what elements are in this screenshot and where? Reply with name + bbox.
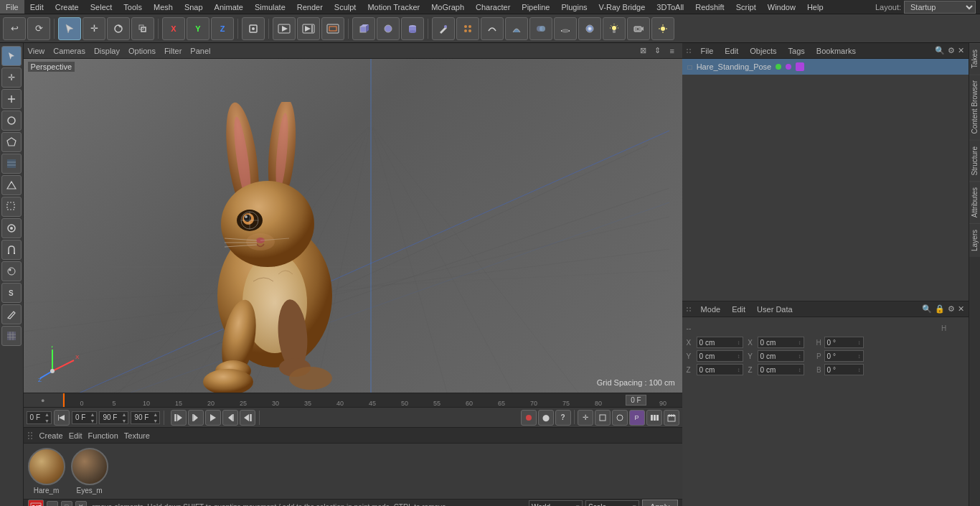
scale-button[interactable] [131,17,154,40]
menu-pipeline[interactable]: Pipeline [516,0,555,14]
obj-close-icon[interactable]: ✕ [958,46,964,55]
h-field[interactable]: 0 ° ↕ [824,337,864,348]
move-tool-btn[interactable]: ✛ [578,410,593,426]
mat-create-btn[interactable]: Create [39,431,63,440]
go-end-button[interactable] [240,410,255,426]
menu-motion-tracker[interactable]: Motion Tracker [362,0,425,14]
obj-settings-icon[interactable]: ⚙ [948,46,955,55]
side-tab-structure[interactable]: Structure [969,140,980,182]
window-minimize-icon[interactable]: — [47,501,58,506]
render-region-button[interactable] [321,17,344,40]
menu-create[interactable]: Create [50,0,85,14]
pose-btn[interactable]: P [629,410,645,426]
attrs-edit-btn[interactable]: Edit [729,305,748,314]
start-frame-up[interactable]: ▲ [43,411,51,418]
obj-row-hare[interactable]: □ Hare_Standing_Pose [682,59,969,75]
menu-mesh[interactable]: Mesh [148,0,179,14]
scale-dropdown-icon[interactable]: ▼ [631,504,637,507]
menu-render[interactable]: Render [291,0,329,14]
end-frame2-spinner[interactable]: 90 F ▲ ▼ [131,411,160,424]
side-tab-attributes[interactable]: Attributes [969,181,980,223]
attrs-userdata-btn[interactable]: User Data [754,305,796,314]
viewport-icon-arrow[interactable]: ⇕ [652,45,664,57]
menu-sculpt[interactable]: Sculpt [329,0,362,14]
menu-redshift[interactable]: Redshift [689,0,730,14]
world-dropdown-icon[interactable]: ▼ [575,504,580,507]
autokey-button[interactable]: ⬤ [538,410,554,426]
tool-scale[interactable] [1,89,22,109]
world-field[interactable]: World ▼ [529,500,583,506]
bool-button[interactable] [529,17,552,40]
viewport-menu-view[interactable]: View [28,47,45,55]
cylinder-button[interactable] [401,17,424,40]
viewport-menu-display[interactable]: Display [94,47,120,55]
sun-button[interactable] [651,17,674,40]
side-tab-takes[interactable]: Takes [969,43,980,74]
y-val2-field[interactable]: 0 cm ↕ [758,350,804,362]
pen-button[interactable] [432,17,455,40]
menu-vray[interactable]: V-Ray Bridge [593,0,651,14]
end-frame2-down[interactable]: ▼ [151,418,159,424]
light-button[interactable] [603,17,626,40]
rotate-tool-btn[interactable] [612,410,628,426]
array-button[interactable] [456,17,479,40]
scale-field[interactable]: Scale ▼ [585,500,639,506]
transform-button[interactable] [242,17,265,40]
y-axis-button[interactable]: Y [187,17,209,40]
mat-edit-btn[interactable]: Edit [69,431,83,440]
current-frame-up[interactable]: ▲ [88,411,96,418]
end-frame-spinner[interactable]: 90 F ▲ ▼ [99,411,128,424]
tool-material[interactable] [1,261,22,281]
menu-mograph[interactable]: MoGraph [425,0,470,14]
window-close-icon[interactable]: ✕ [75,501,87,506]
end-frame-down[interactable]: ▼ [120,418,128,424]
end-frame2-up[interactable]: ▲ [151,411,159,418]
obj-search-icon[interactable]: 🔍 [935,46,945,55]
viewport-icon-settings[interactable]: ≡ [666,45,678,57]
menu-snap[interactable]: Snap [179,0,209,14]
prev-frame-button[interactable] [188,410,204,426]
menu-tools[interactable]: Tools [118,0,148,14]
tool-move[interactable]: ✛ [1,67,22,88]
apply-button[interactable]: Apply [642,500,678,506]
tool-magnet[interactable] [1,240,22,260]
menu-window[interactable]: Window [762,0,801,14]
viewport-menu-options[interactable]: Options [128,47,156,55]
viewport-menu-panel[interactable]: Panel [190,47,210,55]
redo-button[interactable]: ⟳ [27,17,50,40]
menu-script[interactable]: Script [730,0,762,14]
scale-tool-btn[interactable] [595,410,611,426]
menu-edit[interactable]: Edit [24,0,50,14]
timeline-ruler[interactable]: ● 0 5 10 15 20 25 30 35 40 45 50 55 60 6… [24,393,682,407]
menu-simulate[interactable]: Simulate [249,0,291,14]
go-start-button[interactable] [171,410,187,426]
obj-objects-btn[interactable]: Objects [747,47,779,55]
menu-animate[interactable]: Animate [209,0,249,14]
p-field[interactable]: 0 ° ↕ [824,350,864,362]
render-button[interactable] [297,17,320,40]
tool-paint[interactable] [1,154,22,174]
keyframe-btn[interactable] [646,410,662,426]
attrs-settings-icon[interactable]: ⚙ [948,304,955,314]
start-frame-down[interactable]: ▼ [43,418,51,424]
current-frame-spinner[interactable]: 0 F ▲ ▼ [72,411,97,424]
sphere-button[interactable] [377,17,400,40]
start-frame-spinner[interactable]: 0 F ▲ ▼ [27,411,52,424]
mat-function-btn[interactable]: Function [88,431,118,440]
smooth-button[interactable] [505,17,528,40]
x-val2-field[interactable]: 0 cm ↕ [758,337,804,348]
side-tab-layers[interactable]: Layers [969,223,980,257]
z-val2-field[interactable]: 0 cm ↕ [758,364,804,375]
x-pos-field[interactable]: 0 cm ↕ [697,337,743,348]
layout-select[interactable]: Startup [904,1,976,14]
menu-character[interactable]: Character [470,0,516,14]
tool-rotate[interactable] [1,111,22,131]
record-button[interactable] [521,410,537,426]
obj-edit-btn[interactable]: Edit [722,47,741,55]
play-button[interactable] [205,410,221,426]
tool-grid[interactable] [1,326,22,346]
render-active-button[interactable] [273,17,296,40]
obj-bookmarks-btn[interactable]: Bookmarks [814,47,859,55]
material-eyes[interactable]: Eyes_m [71,448,108,495]
obj-file-btn[interactable]: File [698,47,717,55]
